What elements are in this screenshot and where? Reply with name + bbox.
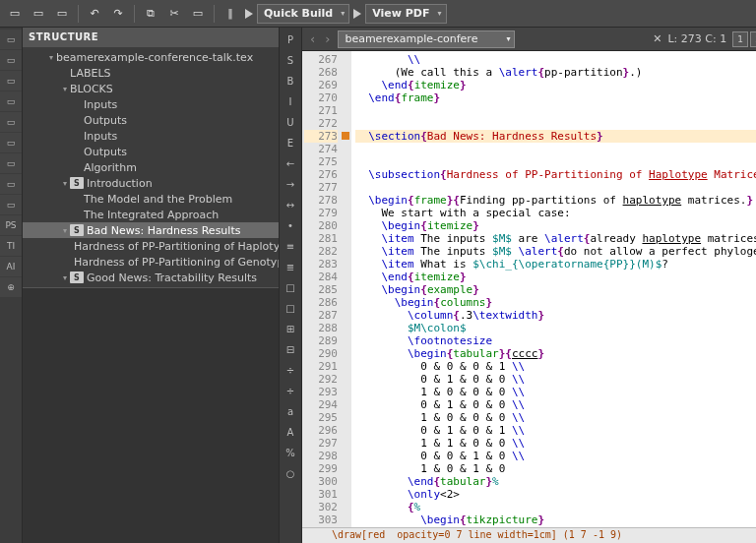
format-tool-4[interactable]: U (280, 112, 301, 132)
cut-icon[interactable]: ✂ (163, 3, 185, 25)
format-tool-6[interactable]: ← (280, 153, 301, 173)
tree-node[interactable]: ▾SIntroduction (23, 175, 279, 191)
format-tool-11[interactable]: ≣ (280, 257, 301, 276)
tree-node[interactable]: The Integrated Approach (23, 207, 279, 222)
build-combo[interactable]: Quick Build (257, 4, 349, 24)
view-icon[interactable] (353, 9, 361, 19)
tree-node[interactable]: Hardness of PP-Partitioning of Haploty (23, 238, 279, 254)
tree-label: BLOCKS (70, 83, 113, 95)
tree-label: Inputs (84, 98, 117, 111)
left-tool-3[interactable]: ▭ (0, 91, 22, 111)
section-badge: S (70, 224, 84, 236)
tree-node[interactable]: ▾SGood News: Tractability Results (23, 270, 279, 285)
tree-node[interactable]: Hardness of PP-Partitioning of Genotyp (23, 254, 279, 270)
section-badge: S (70, 177, 84, 189)
save-icon[interactable]: ▭ (51, 3, 73, 25)
format-tool-18[interactable]: a (280, 401, 301, 421)
left-tool-4[interactable]: ▭ (0, 112, 22, 132)
format-tool-19[interactable]: A (280, 422, 301, 442)
format-tool-1[interactable]: S (280, 50, 301, 70)
format-tool-3[interactable]: I (280, 91, 301, 111)
tree-twist-icon[interactable]: ▾ (46, 53, 56, 62)
left-tool-12[interactable]: ⊕ (0, 277, 22, 297)
section-badge: S (70, 272, 84, 283)
left-tool-1[interactable]: ▭ (0, 50, 22, 70)
tree-label: LABELS (70, 67, 111, 80)
structure-panel: STRUCTURE ▾beamerexample-conference-talk… (23, 28, 279, 543)
tree-node[interactable]: ▾beamerexample-conference-talk.tex (23, 49, 279, 65)
tree-label: The Integrated Approach (84, 209, 219, 221)
tree-label: Introduction (87, 177, 153, 190)
format-tool-9[interactable]: • (280, 215, 301, 235)
tree-node[interactable]: Inputs (23, 96, 279, 112)
format-tool-2[interactable]: B (280, 71, 301, 90)
format-tool-21[interactable]: ○ (280, 463, 301, 483)
tree-node[interactable]: Inputs (23, 128, 279, 144)
undo-icon[interactable]: ↶ (84, 3, 105, 25)
format-tool-16[interactable]: ÷ (280, 360, 301, 380)
page-box-1[interactable]: 1 (732, 31, 748, 47)
left-tool-5[interactable]: ▭ (0, 133, 22, 152)
format-tool-8[interactable]: ↔ (280, 195, 301, 214)
redo-icon[interactable]: ↷ (107, 3, 129, 25)
tree-twist-icon[interactable]: ▾ (60, 273, 70, 282)
format-tool-7[interactable]: → (280, 174, 301, 194)
format-tool-10[interactable]: ≡ (280, 236, 301, 256)
left-tool-6[interactable]: ▭ (0, 153, 22, 173)
nav-fwd-icon[interactable]: › (323, 31, 332, 46)
tree-twist-icon[interactable]: ▾ (60, 85, 70, 93)
format-tool-12[interactable]: □ (280, 277, 301, 297)
left-tool-7[interactable]: ▭ (0, 174, 22, 194)
new-file-icon[interactable]: ▭ (4, 3, 26, 25)
format-tool-0[interactable]: P (280, 30, 301, 49)
tree-label: Outputs (84, 146, 127, 158)
close-tab-icon[interactable]: ✕ (653, 32, 662, 45)
tree-node[interactable]: Outputs (23, 144, 279, 159)
left-tool-8[interactable]: ▭ (0, 195, 22, 214)
view-combo[interactable]: View PDF (365, 4, 446, 24)
format-tool-15[interactable]: ⊟ (280, 339, 301, 359)
tree-twist-icon[interactable]: ▾ (60, 226, 70, 235)
tree-twist-icon[interactable]: ▾ (60, 179, 70, 188)
document-combo[interactable]: beamerexample-confere (338, 30, 515, 48)
left-tool-9[interactable]: PS (0, 215, 22, 235)
editor: ‹ › beamerexample-confere ✕ L: 273 C: 1 … (302, 28, 756, 543)
tree-node[interactable]: Algorithm (23, 159, 279, 175)
format-tool-14[interactable]: ⊞ (280, 319, 301, 338)
main-toolbar: ▭ ▭ ▭ ↶ ↷ ⧉ ✂ ▭ ‖ Quick Build View PDF (0, 0, 756, 28)
copy-icon[interactable]: ⧉ (140, 3, 161, 25)
tree-node[interactable]: The Model and the Problem (23, 191, 279, 207)
structure-title: STRUCTURE (23, 28, 279, 47)
run-icon[interactable] (245, 9, 253, 19)
tree-label: Inputs (84, 130, 117, 143)
tree-label: Hardness of PP-Partitioning of Genotyp (74, 256, 279, 269)
format-tool-13[interactable]: □ (280, 298, 301, 318)
page-box-2[interactable]: 2 (750, 31, 756, 47)
build-stop-icon[interactable]: ‖ (220, 3, 241, 25)
left-tool-10[interactable]: TI (0, 236, 22, 256)
tree-label: Algorithm (84, 161, 137, 174)
tree-label: beamerexample-conference-talk.tex (56, 51, 253, 64)
structure-bottom-pane (23, 287, 279, 543)
tree-node[interactable]: LABELS (23, 65, 279, 81)
structure-tree[interactable]: ▾beamerexample-conference-talk.texLABELS… (23, 47, 279, 287)
tree-label: Bad News: Hardness Results (87, 224, 240, 237)
tree-label: The Model and the Problem (84, 193, 232, 206)
nav-back-icon[interactable]: ‹ (308, 31, 317, 46)
line-gutter[interactable]: 2672682692702712722732742752762772782792… (302, 51, 351, 527)
tree-node[interactable]: ▾SBad News: Hardness Results (23, 222, 279, 238)
format-tool-5[interactable]: E (280, 133, 301, 152)
tree-node[interactable]: Outputs (23, 112, 279, 128)
format-tool-17[interactable]: ÷ (280, 381, 301, 400)
code-area[interactable]: \\ (We call this a \alert{pp-partition}.… (351, 51, 756, 527)
page-indicator[interactable]: 123 (732, 31, 756, 47)
paste-icon[interactable]: ▭ (187, 3, 209, 25)
left-tool-0[interactable]: ▭ (0, 30, 22, 49)
open-file-icon[interactable]: ▭ (28, 3, 49, 25)
left-tool-2[interactable]: ▭ (0, 71, 22, 90)
tree-label: Good News: Tractability Results (87, 272, 257, 284)
tree-node[interactable]: ▾BLOCKS (23, 81, 279, 96)
left-tool-11[interactable]: AI (0, 257, 22, 276)
editor-tabbar: ‹ › beamerexample-confere ✕ L: 273 C: 1 … (302, 28, 756, 51)
format-tool-20[interactable]: % (280, 443, 301, 462)
